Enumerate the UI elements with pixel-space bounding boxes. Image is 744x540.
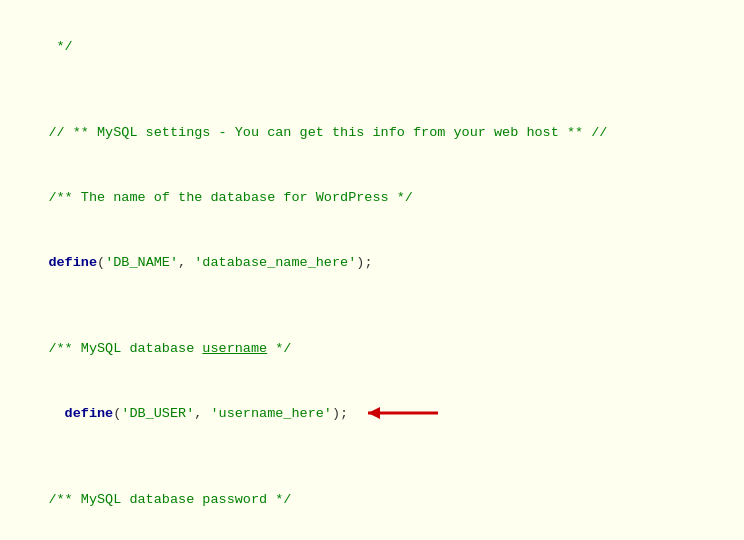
code-text: , — [178, 255, 194, 270]
line-db-pass: define('DB_PASSWORD', 'password_here'); — [16, 532, 381, 540]
line-blank-1 — [16, 79, 728, 101]
code-text: ); — [356, 255, 372, 270]
comment-text: /** The name of the database for WordPre… — [48, 190, 413, 205]
line-db-pass-comment: /** MySQL database password */ — [16, 467, 728, 532]
code-text: ( — [97, 255, 105, 270]
code-text: , — [194, 406, 210, 421]
comment-text: /** MySQL database password */ — [48, 492, 291, 507]
keyword-define: define — [65, 406, 114, 421]
line-comment-star: */ — [16, 14, 728, 79]
comment-text: // ** MySQL settings - You can get this … — [48, 125, 607, 140]
line-blank-2 — [16, 295, 728, 317]
line-mysql-settings: // ** MySQL settings - You can get this … — [16, 100, 728, 165]
string-text: 'DB_USER' — [121, 406, 194, 421]
line-db-user-comment: /** MySQL database username */ — [16, 316, 728, 381]
line-blank-3 — [16, 446, 728, 468]
arrow-db-user — [358, 402, 448, 424]
code-editor: */ // ** MySQL settings - You can get th… — [0, 10, 744, 540]
comment-text: */ — [48, 39, 72, 54]
underline-username: username — [202, 341, 267, 356]
string-text: 'DB_NAME' — [105, 255, 178, 270]
string-text: 'database_name_here' — [194, 255, 356, 270]
line-db-name: define('DB_NAME', 'database_name_here'); — [16, 230, 728, 295]
string-text: 'username_here' — [210, 406, 332, 421]
comment-text: /** MySQL database username */ — [48, 341, 291, 356]
keyword-define: define — [48, 255, 97, 270]
line-db-user: define('DB_USER', 'username_here'); — [16, 381, 348, 446]
line-db-user-wrapper: define('DB_USER', 'username_here'); — [16, 381, 728, 446]
code-text: ); — [332, 406, 348, 421]
line-db-pass-wrapper: define('DB_PASSWORD', 'password_here'); — [16, 532, 728, 540]
line-db-name-comment: /** The name of the database for WordPre… — [16, 165, 728, 230]
svg-marker-1 — [368, 407, 380, 419]
